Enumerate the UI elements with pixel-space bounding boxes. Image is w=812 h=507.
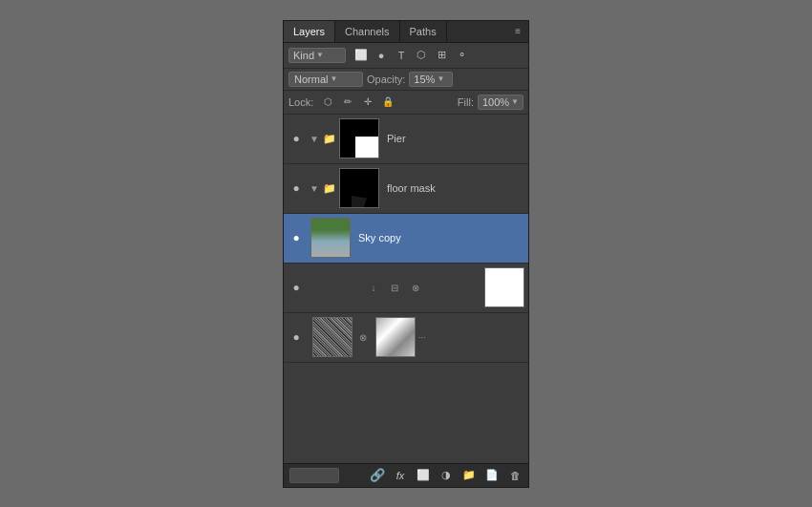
visibility-toggle[interactable]: ● (288, 328, 305, 346)
fx-icon[interactable]: fx (393, 468, 408, 483)
blending-toolbar: Normal ▼ Opacity: 15% ▼ (284, 69, 528, 91)
text-filter-icon[interactable]: T (393, 47, 410, 64)
adjustment-icons: ↓ ⊟ ⊗ (309, 279, 481, 296)
group-add-icon[interactable]: 📁 (461, 468, 477, 483)
fill-input[interactable]: 100% ▼ (478, 95, 524, 110)
layer-thumbnail (339, 118, 379, 158)
lock-checker-icon[interactable]: ⬡ (319, 94, 336, 111)
layer-thumbnail (484, 267, 524, 307)
link-icon[interactable]: 🔗 (370, 468, 385, 483)
filter-toolbar: Kind ▼ ⬜ ● T ⬡ ⊞ ⚬ (284, 43, 528, 69)
layers-panel: Layers Channels Paths ≡ Kind ▼ ⬜ ● T ⬡ ⊞… (283, 20, 529, 488)
layer-row[interactable]: ● ⊗ ··· (284, 313, 528, 363)
image-filter-icon[interactable]: ⬜ (353, 47, 370, 64)
folder-icon: 📁 (323, 132, 336, 145)
extra-dots: ··· (418, 332, 426, 342)
visibility-toggle[interactable]: ● (288, 180, 305, 197)
layer-name: Pier (387, 133, 524, 144)
opacity-label: Opacity: (367, 74, 405, 85)
lock-move-icon[interactable]: ✛ (359, 94, 376, 111)
filter-icons: ⬜ ● T ⬡ ⊞ ⚬ (353, 47, 470, 64)
adjustment-add-icon[interactable]: ◑ (438, 468, 454, 483)
circle-filter-icon[interactable]: ● (373, 47, 390, 64)
lock-toolbar: Lock: ⬡ ✏ ✛ 🔒 Fill: 100% ▼ (284, 91, 528, 115)
opacity-value: 15% (414, 74, 435, 85)
chain-link-icon: ⊗ (354, 328, 372, 346)
layer-row[interactable]: ● ▼ 📁 Pier (284, 115, 528, 164)
shape-filter-icon[interactable]: ⬡ (413, 47, 430, 64)
pixel-filter-icon[interactable]: ⊞ (433, 47, 450, 64)
bottom-toolbar: 🔗 fx ⬜ ◑ 📁 📄 🗑 (284, 463, 528, 487)
layer-row[interactable]: ● ▼ 📁 floor mask (284, 164, 528, 214)
fill-arrow: ▼ (511, 97, 519, 106)
blend-dropdown-arrow: ▼ (330, 74, 337, 83)
fill-label: Fill: (458, 96, 474, 108)
layer-mask-thumbnail (375, 317, 416, 357)
tab-paths[interactable]: Paths (400, 21, 447, 42)
lock-label: Lock: (288, 96, 313, 108)
chain-icon: ⊗ (407, 279, 424, 296)
search-box[interactable] (289, 468, 339, 483)
toggle-filter-icon[interactable]: ⚬ (453, 47, 470, 64)
layers-list: ● ▼ 📁 Pier ● ▼ 📁 floor mask ● (284, 115, 528, 463)
expand-arrow-icon[interactable]: ▼ (308, 181, 321, 195)
adjustment-type-icon: ⊟ (386, 279, 403, 296)
layer-name: Sky copy (358, 232, 524, 243)
kind-label: Kind (293, 50, 314, 61)
bottom-action-icons: 🔗 fx ⬜ ◑ 📁 📄 🗑 (370, 468, 523, 483)
layer-thumbnail (312, 317, 353, 357)
layer-thumbnail (310, 218, 351, 258)
layer-name: floor mask (387, 182, 524, 194)
fill-value: 100% (482, 96, 509, 108)
down-arrow-icon: ↓ (365, 279, 382, 296)
kind-dropdown-arrow: ▼ (316, 51, 324, 59)
tab-layers[interactable]: Layers (284, 21, 335, 42)
tab-channels[interactable]: Channels (335, 21, 399, 42)
blend-mode-label: Normal (294, 74, 328, 85)
delete-layer-button[interactable]: 🗑 (507, 468, 523, 483)
lock-icons: ⬡ ✏ ✛ 🔒 (319, 94, 396, 111)
opacity-input[interactable]: 15% ▼ (409, 72, 453, 87)
blend-mode-select[interactable]: Normal ▼ (288, 72, 363, 87)
panel-menu-icon[interactable]: ≡ (507, 22, 528, 40)
folder-icon: 📁 (323, 181, 336, 195)
opacity-arrow: ▼ (437, 74, 444, 83)
kind-select[interactable]: Kind ▼ (288, 48, 346, 63)
layer-thumbnail (339, 168, 379, 208)
new-layer-button[interactable]: 📄 (484, 468, 500, 483)
visibility-toggle[interactable]: ● (288, 229, 305, 246)
layer-controls: ▼ 📁 (308, 132, 336, 145)
layer-controls: ▼ 📁 (308, 181, 336, 195)
layer-row[interactable]: ● Sky copy (284, 214, 528, 264)
visibility-toggle[interactable]: ● (288, 279, 305, 296)
lock-all-icon[interactable]: 🔒 (379, 94, 396, 111)
expand-arrow-icon[interactable]: ▼ (308, 132, 321, 145)
mask-add-icon[interactable]: ⬜ (416, 468, 431, 483)
tab-bar: Layers Channels Paths ≡ (284, 21, 528, 43)
layer-row[interactable]: ● ↓ ⊟ ⊗ (284, 264, 528, 313)
visibility-toggle[interactable]: ● (288, 130, 305, 147)
lock-brush-icon[interactable]: ✏ (339, 94, 356, 111)
